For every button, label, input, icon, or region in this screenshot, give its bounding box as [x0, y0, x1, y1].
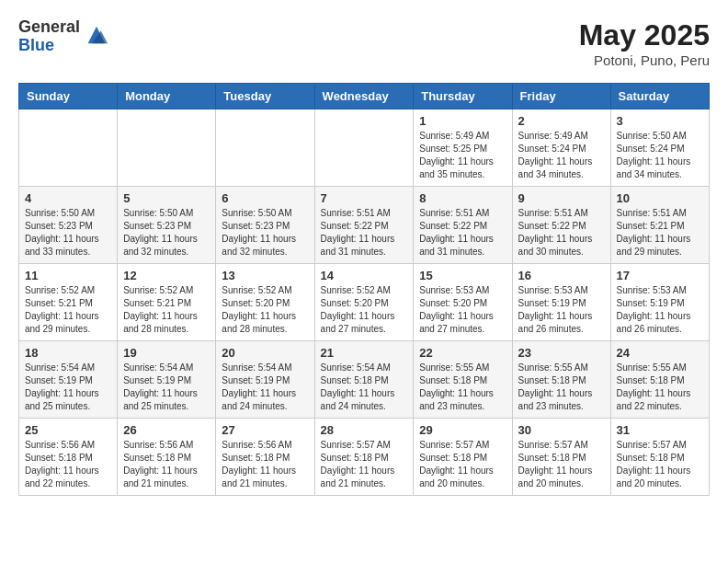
day-number: 7: [321, 191, 408, 205]
day-number: 19: [123, 346, 210, 360]
day-number: 23: [518, 346, 605, 360]
day-number: 4: [25, 191, 111, 205]
day-number: 28: [321, 423, 408, 437]
day-info: Sunrise: 5:50 AM Sunset: 5:23 PM Dayligh…: [123, 207, 210, 259]
day-info: Sunrise: 5:51 AM Sunset: 5:22 PM Dayligh…: [518, 207, 605, 259]
day-info: Sunrise: 5:53 AM Sunset: 5:19 PM Dayligh…: [617, 284, 703, 336]
weekday-header: Wednesday: [314, 84, 414, 109]
calendar-cell: 31Sunrise: 5:57 AM Sunset: 5:18 PM Dayli…: [610, 419, 709, 496]
weekday-header: Friday: [512, 84, 610, 109]
calendar-cell: 26Sunrise: 5:56 AM Sunset: 5:18 PM Dayli…: [118, 419, 216, 496]
calendar-cell: 21Sunrise: 5:54 AM Sunset: 5:18 PM Dayli…: [314, 341, 414, 419]
day-number: 22: [419, 346, 506, 360]
logo: General Blue: [18, 18, 109, 55]
day-number: 17: [617, 269, 703, 282]
day-info: Sunrise: 5:54 AM Sunset: 5:19 PM Dayligh…: [123, 362, 210, 413]
day-info: Sunrise: 5:52 AM Sunset: 5:21 PM Dayligh…: [25, 284, 111, 336]
calendar-cell: [118, 109, 216, 187]
day-number: 1: [419, 114, 506, 128]
calendar-cell: 13Sunrise: 5:52 AM Sunset: 5:20 PM Dayli…: [216, 264, 314, 341]
calendar-cell: 11Sunrise: 5:52 AM Sunset: 5:21 PM Dayli…: [19, 264, 118, 341]
day-number: 13: [222, 269, 308, 282]
location: Potoni, Puno, Peru: [579, 52, 710, 68]
day-info: Sunrise: 5:56 AM Sunset: 5:18 PM Dayligh…: [25, 439, 111, 490]
weekday-header: Saturday: [610, 84, 709, 109]
day-info: Sunrise: 5:57 AM Sunset: 5:18 PM Dayligh…: [518, 439, 605, 490]
day-info: Sunrise: 5:51 AM Sunset: 5:21 PM Dayligh…: [617, 207, 703, 259]
day-number: 9: [518, 191, 605, 205]
day-info: Sunrise: 5:50 AM Sunset: 5:24 PM Dayligh…: [617, 130, 703, 181]
day-number: 24: [617, 346, 703, 360]
day-info: Sunrise: 5:52 AM Sunset: 5:20 PM Dayligh…: [321, 284, 408, 336]
day-info: Sunrise: 5:50 AM Sunset: 5:23 PM Dayligh…: [222, 207, 308, 259]
day-number: 10: [617, 191, 703, 205]
day-info: Sunrise: 5:52 AM Sunset: 5:20 PM Dayligh…: [222, 284, 308, 336]
page-header: General Blue May 2025 Potoni, Puno, Peru: [18, 18, 710, 68]
calendar-cell: 29Sunrise: 5:57 AM Sunset: 5:18 PM Dayli…: [414, 419, 512, 496]
calendar-cell: 10Sunrise: 5:51 AM Sunset: 5:21 PM Dayli…: [610, 187, 709, 264]
day-number: 29: [419, 423, 506, 437]
weekday-header: Tuesday: [216, 84, 314, 109]
logo-general: General: [18, 18, 80, 37]
day-number: 2: [518, 114, 605, 128]
day-info: Sunrise: 5:57 AM Sunset: 5:18 PM Dayligh…: [321, 439, 408, 490]
calendar-cell: 6Sunrise: 5:50 AM Sunset: 5:23 PM Daylig…: [216, 187, 314, 264]
calendar-cell: 9Sunrise: 5:51 AM Sunset: 5:22 PM Daylig…: [512, 187, 610, 264]
weekday-header: Monday: [118, 84, 216, 109]
weekday-header: Thursday: [414, 84, 512, 109]
day-info: Sunrise: 5:51 AM Sunset: 5:22 PM Dayligh…: [321, 207, 408, 259]
weekday-header-row: SundayMondayTuesdayWednesdayThursdayFrid…: [19, 84, 710, 109]
calendar-cell: 22Sunrise: 5:55 AM Sunset: 5:18 PM Dayli…: [414, 341, 512, 419]
title-area: May 2025 Potoni, Puno, Peru: [579, 18, 710, 68]
calendar-cell: [19, 109, 118, 187]
day-number: 15: [419, 269, 506, 282]
calendar-cell: 16Sunrise: 5:53 AM Sunset: 5:19 PM Dayli…: [512, 264, 610, 341]
day-info: Sunrise: 5:57 AM Sunset: 5:18 PM Dayligh…: [617, 439, 703, 490]
day-info: Sunrise: 5:53 AM Sunset: 5:20 PM Dayligh…: [419, 284, 506, 336]
calendar-week-row: 25Sunrise: 5:56 AM Sunset: 5:18 PM Dayli…: [19, 419, 710, 496]
calendar-cell: 3Sunrise: 5:50 AM Sunset: 5:24 PM Daylig…: [610, 109, 709, 187]
calendar-cell: 17Sunrise: 5:53 AM Sunset: 5:19 PM Dayli…: [610, 264, 709, 341]
logo-blue: Blue: [18, 37, 80, 55]
day-number: 5: [123, 191, 210, 205]
calendar-cell: 20Sunrise: 5:54 AM Sunset: 5:19 PM Dayli…: [216, 341, 314, 419]
calendar-cell: 27Sunrise: 5:56 AM Sunset: 5:18 PM Dayli…: [216, 419, 314, 496]
day-info: Sunrise: 5:52 AM Sunset: 5:21 PM Dayligh…: [123, 284, 210, 336]
calendar-cell: [216, 109, 314, 187]
logo-icon: [84, 22, 109, 48]
day-number: 6: [222, 191, 308, 205]
weekday-header: Sunday: [19, 84, 118, 109]
day-number: 31: [617, 423, 703, 437]
calendar-cell: 18Sunrise: 5:54 AM Sunset: 5:19 PM Dayli…: [19, 341, 118, 419]
day-info: Sunrise: 5:50 AM Sunset: 5:23 PM Dayligh…: [25, 207, 111, 259]
day-info: Sunrise: 5:53 AM Sunset: 5:19 PM Dayligh…: [518, 284, 605, 336]
calendar-cell: 5Sunrise: 5:50 AM Sunset: 5:23 PM Daylig…: [118, 187, 216, 264]
day-number: 21: [321, 346, 408, 360]
calendar-cell: 2Sunrise: 5:49 AM Sunset: 5:24 PM Daylig…: [512, 109, 610, 187]
calendar-cell: 23Sunrise: 5:55 AM Sunset: 5:18 PM Dayli…: [512, 341, 610, 419]
calendar-table: SundayMondayTuesdayWednesdayThursdayFrid…: [18, 83, 710, 496]
calendar-cell: 12Sunrise: 5:52 AM Sunset: 5:21 PM Dayli…: [118, 264, 216, 341]
day-info: Sunrise: 5:49 AM Sunset: 5:25 PM Dayligh…: [419, 130, 506, 181]
month-title: May 2025: [579, 18, 710, 52]
calendar-week-row: 18Sunrise: 5:54 AM Sunset: 5:19 PM Dayli…: [19, 341, 710, 419]
day-number: 14: [321, 269, 408, 282]
calendar-cell: 28Sunrise: 5:57 AM Sunset: 5:18 PM Dayli…: [314, 419, 414, 496]
calendar-cell: 4Sunrise: 5:50 AM Sunset: 5:23 PM Daylig…: [19, 187, 118, 264]
calendar-cell: 30Sunrise: 5:57 AM Sunset: 5:18 PM Dayli…: [512, 419, 610, 496]
calendar-cell: 7Sunrise: 5:51 AM Sunset: 5:22 PM Daylig…: [314, 187, 414, 264]
day-number: 25: [25, 423, 111, 437]
calendar-cell: 24Sunrise: 5:55 AM Sunset: 5:18 PM Dayli…: [610, 341, 709, 419]
day-info: Sunrise: 5:56 AM Sunset: 5:18 PM Dayligh…: [222, 439, 308, 490]
day-info: Sunrise: 5:55 AM Sunset: 5:18 PM Dayligh…: [617, 362, 703, 413]
day-number: 11: [25, 269, 111, 282]
calendar-cell: 8Sunrise: 5:51 AM Sunset: 5:22 PM Daylig…: [414, 187, 512, 264]
day-info: Sunrise: 5:51 AM Sunset: 5:22 PM Dayligh…: [419, 207, 506, 259]
calendar-week-row: 11Sunrise: 5:52 AM Sunset: 5:21 PM Dayli…: [19, 264, 710, 341]
day-number: 3: [617, 114, 703, 128]
day-number: 20: [222, 346, 308, 360]
calendar-cell: 25Sunrise: 5:56 AM Sunset: 5:18 PM Dayli…: [19, 419, 118, 496]
calendar-cell: 1Sunrise: 5:49 AM Sunset: 5:25 PM Daylig…: [414, 109, 512, 187]
day-info: Sunrise: 5:54 AM Sunset: 5:19 PM Dayligh…: [25, 362, 111, 413]
calendar-cell: 14Sunrise: 5:52 AM Sunset: 5:20 PM Dayli…: [314, 264, 414, 341]
